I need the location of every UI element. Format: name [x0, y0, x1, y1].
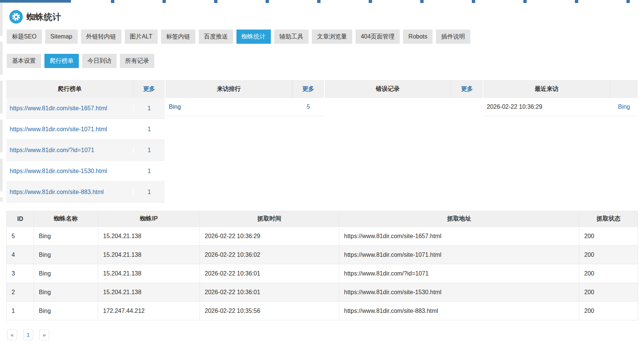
table-row: 1 Bing 172.247.44.212 2026-02-22 10:35:5… [7, 302, 638, 320]
tab-basic-settings[interactable]: 基本设置 [7, 54, 41, 68]
cell-spider-name: Bing [34, 227, 98, 246]
more-link[interactable]: 更多 [451, 80, 483, 98]
panel-title: 错误记录 [325, 80, 451, 98]
tab-baidu-push[interactable]: 百度推送 [199, 30, 233, 44]
top-strip-mark [472, 0, 475, 3]
crawl-url-link[interactable]: https://www.81dir.com/site-1530.html [6, 168, 133, 175]
visitor-name-link[interactable]: Bing [165, 104, 292, 110]
col-crawl-url: 抓取地址 [339, 211, 579, 227]
crawl-count-link[interactable]: 1 [133, 105, 165, 112]
cell-spider-ip: 15.204.21.138 [98, 283, 200, 302]
cell-crawl-url: https://www.81dir.com/site-1530.html [339, 283, 579, 302]
cell-spider-ip: 15.204.21.138 [98, 246, 200, 264]
recent-visit-time: 2026-02-22 10:36:29 [483, 104, 610, 110]
cell-spider-name: Bing [34, 302, 98, 320]
cell-spider-name: Bing [34, 264, 98, 283]
col-crawl-time: 抓取时间 [200, 211, 339, 227]
gear-icon [9, 10, 23, 24]
crawl-count-link[interactable]: 1 [133, 147, 165, 154]
tab-tag-inlink[interactable]: 标签内链 [161, 30, 195, 44]
crawl-url-row: https://www.81dir.com/site-1530.html 1 [6, 161, 165, 182]
panel-recent-visits: 最近来访 2026-02-22 10:36:29 Bing [483, 80, 638, 203]
table-row: 3 Bing 15.204.21.138 2026-02-22 10:36:01… [7, 264, 638, 283]
visitor-row: Bing 5 [165, 98, 324, 116]
col-spider-ip: 蜘蛛IP [98, 211, 200, 227]
cell-spider-name: Bing [34, 283, 98, 302]
visitor-count-link[interactable]: 5 [292, 104, 324, 110]
page-header: 蜘蛛统计 [9, 10, 61, 24]
tab-crawl-ranking[interactable]: 爬行榜单 [44, 54, 79, 68]
table-row: 5 Bing 15.204.21.138 2026-02-22 10:36:29… [7, 227, 638, 246]
cell-id: 5 [7, 227, 34, 246]
cell-crawl-url: https://www.81dir.com/site-883.html [339, 302, 579, 320]
left-edge-fragments [0, 3, 3, 202]
table-header-row: ID 蜘蛛名称 蜘蛛IP 抓取时间 抓取地址 抓取状态 [7, 211, 638, 227]
top-strip-mark [369, 0, 372, 3]
recent-visit-row: 2026-02-22 10:36:29 Bing [483, 98, 638, 116]
crawl-url-link[interactable]: https://www.81dir.com/?id=1071 [6, 147, 133, 154]
crawl-count-link[interactable]: 1 [133, 189, 165, 195]
panel-visit-ranking-header: 来访排行 更多 [165, 80, 324, 98]
tab-image-alt[interactable]: 图片ALT [125, 30, 158, 44]
tab-today-visits[interactable]: 今日到访 [82, 54, 117, 68]
top-strip-mark [162, 0, 166, 3]
crawl-count-link[interactable]: 1 [133, 126, 165, 133]
panel-error-log: 错误记录 更多 [325, 80, 483, 203]
cell-spider-ip: 172.247.44.212 [98, 302, 200, 320]
crawl-url-link[interactable]: https://www.81dir.com/site-1071.html [6, 126, 133, 133]
panel-error-log-header: 错误记录 更多 [325, 80, 483, 98]
panel-title: 爬行榜单 [6, 80, 133, 98]
tab-404-manage[interactable]: 404页面管理 [356, 30, 400, 44]
crawl-url-row: https://www.81dir.com/?id=1071 1 [6, 140, 165, 161]
crawl-count-link[interactable]: 1 [133, 168, 165, 175]
pagination-next-button[interactable]: » [39, 329, 49, 340]
pagination-prev-button[interactable]: « [7, 329, 17, 340]
crawl-url-row: https://www.81dir.com/site-883.html 1 [6, 182, 165, 203]
page-title: 蜘蛛统计 [27, 11, 61, 23]
cell-id: 3 [7, 264, 34, 283]
tab-article-views[interactable]: 文章浏览量 [312, 30, 352, 44]
tab-sitemap[interactable]: Sitemap [45, 30, 78, 44]
panel-header-spacer [610, 80, 638, 98]
more-link[interactable]: 更多 [292, 80, 324, 98]
cell-id: 4 [7, 246, 34, 264]
crawl-url-row: https://www.81dir.com/site-1657.html 1 [6, 98, 165, 119]
table-row: 2 Bing 15.204.21.138 2026-02-22 10:36:01… [7, 283, 638, 302]
col-crawl-status: 抓取状态 [579, 211, 638, 227]
panel-recent-visits-header: 最近来访 [483, 80, 638, 98]
tab-outlink-to-inlink[interactable]: 外链转内链 [81, 30, 121, 44]
tab-helper-tools[interactable]: 辅助工具 [274, 30, 309, 44]
cell-crawl-status: 200 [579, 264, 638, 283]
pagination-page-1-button[interactable]: 1 [23, 329, 33, 340]
cell-crawl-status: 200 [579, 302, 638, 320]
top-strip-mark [111, 0, 114, 3]
crawl-url-row: https://www.81dir.com/site-1071.html 1 [6, 119, 165, 140]
top-strip-mark [214, 0, 217, 3]
table-row: 4 Bing 15.204.21.138 2026-02-22 10:36:02… [7, 246, 638, 264]
top-strip-mark [317, 0, 321, 3]
recent-visit-spider-link[interactable]: Bing [610, 104, 638, 110]
top-strip-mark [626, 0, 630, 3]
secondary-tab-bar: 基本设置 爬行榜单 今日到访 所有记录 [7, 54, 154, 68]
cell-spider-ip: 15.204.21.138 [98, 264, 200, 283]
cell-spider-ip: 15.204.21.138 [98, 227, 200, 246]
cell-id: 1 [7, 302, 34, 320]
crawl-records-table: ID 蜘蛛名称 蜘蛛IP 抓取时间 抓取地址 抓取状态 5 Bing 15.20… [6, 211, 638, 320]
crawl-url-link[interactable]: https://www.81dir.com/site-883.html [6, 189, 133, 195]
cell-crawl-status: 200 [579, 227, 638, 246]
pagination: « 1 » [7, 329, 49, 340]
top-strip-mark [420, 0, 424, 3]
tab-plugin-docs[interactable]: 插件说明 [436, 30, 470, 44]
crawl-url-link[interactable]: https://www.81dir.com/site-1657.html [6, 105, 133, 112]
tab-all-records[interactable]: 所有记录 [120, 54, 154, 68]
cell-id: 2 [7, 283, 34, 302]
tab-robots[interactable]: Robots [403, 30, 433, 44]
top-strip-mark [575, 0, 578, 3]
summary-panels: 爬行榜单 更多 https://www.81dir.com/site-1657.… [6, 80, 638, 203]
cell-crawl-time: 2026-02-22 10:36:29 [200, 227, 339, 246]
tab-title-seo[interactable]: 标题SEO [7, 30, 42, 44]
tab-spider-stats[interactable]: 蜘蛛统计 [236, 30, 271, 44]
primary-tab-bar: 标题SEO Sitemap 外链转内链 图片ALT 标签内链 百度推送 蜘蛛统计… [7, 30, 470, 44]
more-link[interactable]: 更多 [133, 80, 165, 98]
cell-crawl-status: 200 [579, 246, 638, 264]
